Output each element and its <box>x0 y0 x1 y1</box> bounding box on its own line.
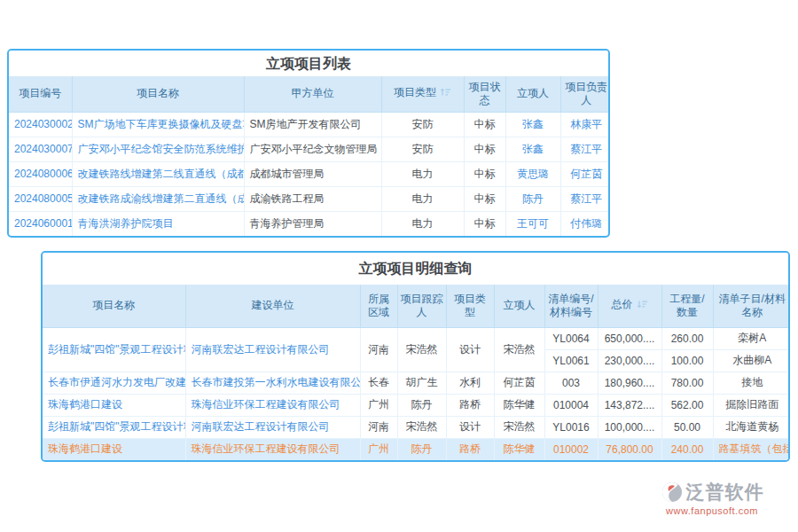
table-cell[interactable]: 2024030002 <box>9 112 72 137</box>
column-header-label: 建设单位 <box>252 299 294 311</box>
table-cell[interactable]: 广安邓小平纪念馆安全防范系统维护... <box>72 137 244 161</box>
table-cell[interactable]: 河南联宏达工程设计有限公司 <box>185 327 360 372</box>
table-cell[interactable]: 改建铁路成渝线增建第二直通线（成... <box>72 186 244 211</box>
table-cell: 何芷茵 <box>494 372 544 394</box>
column-header: 甲方单位 <box>244 76 381 112</box>
table-cell: 成渝铁路工程局 <box>244 186 381 211</box>
table-cell[interactable]: 陈丹 <box>505 186 560 211</box>
table-cell: 010002 <box>544 438 598 460</box>
table-cell[interactable]: 改建铁路线增建第二线直通线（成都-... <box>72 161 244 186</box>
table-cell: 76,800.00 <box>598 438 661 460</box>
table-row[interactable]: 彭祖新城"四馆"景观工程设计项目河南联宏达工程设计有限公司河南宋浩然设计宋浩然Y… <box>43 327 790 349</box>
table-cell[interactable]: 2024060001 <box>9 211 72 236</box>
table-cell[interactable]: 黄思璐 <box>505 161 560 186</box>
table-cell[interactable]: 付伟璐 <box>560 211 610 236</box>
brand-url[interactable]: www.fanpusoft.com <box>637 505 787 516</box>
table-cell: 掘除旧路面 <box>713 394 790 416</box>
table-cell: 562.00 <box>661 394 713 416</box>
table-cell: 宋浩然 <box>397 327 446 372</box>
column-header-label: 项目跟踪人 <box>401 293 443 318</box>
table-cell: 栾树A <box>713 327 790 349</box>
column-header: 立项人 <box>505 76 560 112</box>
table-cell: 陈华健 <box>494 394 544 416</box>
table-cell[interactable]: 河南联宏达工程设计有限公司 <box>185 416 360 438</box>
table-cell[interactable]: 珠海鹤港口建设 <box>43 394 185 416</box>
table-cell[interactable]: 蔡江平 <box>560 137 610 161</box>
column-header-label: 所属区域 <box>368 293 389 318</box>
table-cell: 路桥 <box>446 394 494 416</box>
column-header-label: 项目编号 <box>19 87 61 99</box>
table-cell[interactable]: 珠海鹤港口建设 <box>43 438 185 460</box>
table-row[interactable]: 珠海鹤港口建设珠海信业环保工程建设有限公司广州陈丹路桥陈华健01000276,8… <box>43 438 790 460</box>
table-cell[interactable]: 2024030007 <box>9 137 72 161</box>
column-header-label: 甲方单位 <box>292 87 334 99</box>
table-row[interactable]: 珠海鹤港口建设珠海信业环保工程建设有限公司广州陈丹路桥陈华健010004143,… <box>43 394 790 416</box>
column-header-label: 项目名称 <box>137 87 179 99</box>
column-header: 工程量/数量 <box>661 285 713 327</box>
fanpu-logo-icon <box>661 481 684 504</box>
table-cell: 宋浩然 <box>494 327 544 372</box>
column-header[interactable]: 项目类型 <box>381 76 464 112</box>
table-cell[interactable]: 彭祖新城"四馆"景观工程设计项目 <box>43 416 185 438</box>
table-row[interactable]: 2024030002SM广场地下车库更换摄像机及硬盘项目SM房地产开发有限公司安… <box>9 112 610 137</box>
table-row[interactable]: 2024080006改建铁路线增建第二线直通线（成都-...成都城市管理局电力中… <box>9 161 610 186</box>
table-cell: 143,872.... <box>598 394 661 416</box>
table-cell[interactable]: SM广场地下车库更换摄像机及硬盘项目 <box>72 112 244 137</box>
column-header-label: 项目类型 <box>394 86 436 98</box>
table-row[interactable]: 长春市伊通河水力发电厂改建工程长春市建投第一水利水电建设有限公司长春胡广生水利何… <box>43 372 790 394</box>
column-header: 项目编号 <box>9 76 72 112</box>
table-cell: 中标 <box>464 137 505 161</box>
column-header[interactable]: 总价 <box>598 285 661 327</box>
table-row[interactable]: 2024060001青海洪湖养护院项目青海养护管理局电力中标王可可付伟璐 <box>9 211 610 236</box>
table-cell[interactable]: 长春市伊通河水力发电厂改建工程 <box>43 372 185 394</box>
table-cell[interactable]: 何芷茵 <box>560 161 610 186</box>
table-row[interactable]: 彭祖新城"四馆"景观工程设计项目河南联宏达工程设计有限公司河南宋浩然设计宋浩然Y… <box>43 416 790 438</box>
column-header: 清单子目/材料名称 <box>713 285 790 327</box>
table-cell: 100.00 <box>661 349 713 372</box>
table-cell: 陈丹 <box>397 438 446 460</box>
table-cell[interactable]: 长春市建投第一水利水电建设有限公司 <box>185 372 360 394</box>
table-cell: 180,960.... <box>598 372 661 394</box>
table-cell: 水曲柳A <box>713 349 790 372</box>
project-list-card: 立项项目列表 项目编号项目名称甲方单位项目类型项目状态立项人项目负责人 2024… <box>7 49 610 238</box>
table-cell: 水利 <box>446 372 494 394</box>
brand-watermark: 泛普软件 www.fanpusoft.com <box>637 480 787 516</box>
table-cell: 成都城市管理局 <box>244 161 381 186</box>
column-header: 项目名称 <box>43 285 185 327</box>
column-header-label: 立项人 <box>504 299 536 311</box>
table-cell: 230,000.... <box>598 349 661 372</box>
table-cell[interactable]: 张鑫 <box>505 112 560 137</box>
table-cell: 中标 <box>464 211 505 236</box>
table-cell: 中标 <box>464 186 505 211</box>
table-cell: 电力 <box>381 186 464 211</box>
table-cell[interactable]: 王可可 <box>505 211 560 236</box>
table-cell: YL0016 <box>544 416 598 438</box>
table-cell[interactable]: 彭祖新城"四馆"景观工程设计项目 <box>43 327 185 372</box>
table-cell: SM房地产开发有限公司 <box>244 112 381 137</box>
table-cell: 中标 <box>464 161 505 186</box>
column-header-label: 项目状态 <box>469 81 501 106</box>
column-header: 项目负责人 <box>560 76 610 112</box>
table-cell: 路桥 <box>446 438 494 460</box>
column-header: 项目名称 <box>72 76 244 112</box>
table-cell: 设计 <box>446 327 494 372</box>
table-cell: 780.00 <box>661 372 713 394</box>
sort-desc-icon <box>637 299 648 313</box>
table-cell: YL0064 <box>544 327 598 349</box>
table-row[interactable]: 2024030007广安邓小平纪念馆安全防范系统维护...广安邓小平纪念文物管理… <box>9 137 610 161</box>
table-cell[interactable]: 青海洪湖养护院项目 <box>72 211 244 236</box>
column-header: 项目跟踪人 <box>397 285 446 327</box>
table-cell: 北海道黄杨 <box>713 416 790 438</box>
project-list-table: 项目编号项目名称甲方单位项目类型项目状态立项人项目负责人 2024030002S… <box>9 76 610 236</box>
table-row[interactable]: 2024080005改建铁路成渝线增建第二直通线（成...成渝铁路工程局电力中标… <box>9 186 610 211</box>
column-header-label: 项目名称 <box>92 299 135 311</box>
table-cell[interactable]: 2024080006 <box>9 161 72 186</box>
table-cell[interactable]: 2024080005 <box>9 186 72 211</box>
table-cell[interactable]: 珠海信业环保工程建设有限公司 <box>185 394 360 416</box>
table-cell: 003 <box>544 372 598 394</box>
table-cell[interactable]: 张鑫 <box>505 137 560 161</box>
table-cell: 100,000.... <box>598 416 661 438</box>
table-cell[interactable]: 珠海信业环保工程建设有限公司 <box>185 438 360 460</box>
table-cell[interactable]: 蔡江平 <box>560 186 610 211</box>
table-cell[interactable]: 林康平 <box>560 112 610 137</box>
